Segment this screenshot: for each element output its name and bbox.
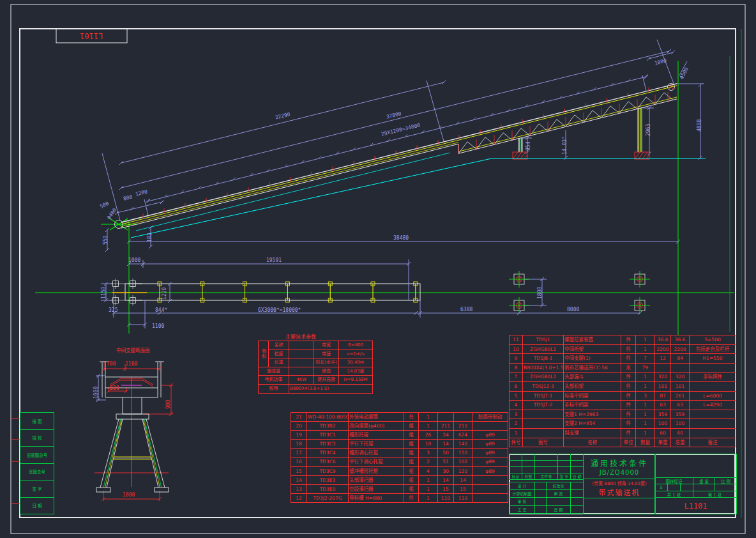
parts-row: 21WD-40-100-8050N外装电动滚筒台 1胶面带制动 — [291, 413, 508, 422]
margin-field: 签 字 — [20, 480, 54, 498]
parts-row: 9TDSJ8-1中间支腿(1)件 71284H1=550 — [510, 354, 736, 364]
parts-row: 4TDSJ7-2非标中间架件 16363L=4290 — [510, 401, 736, 410]
parts-row: 14TD3E3头部清扫器组 11414 — [291, 475, 508, 484]
dim-label: 600 — [110, 385, 119, 391]
dim-label: 1160 — [125, 361, 137, 367]
dim-label: 900 — [165, 400, 171, 409]
drawing-number-box: L1101 — [654, 497, 737, 514]
info-empty-box — [654, 454, 737, 478]
parts-row: 5TDSJ7-1标准中间架件 387261L=6000 — [510, 391, 736, 401]
params-table-title: 主要技术参数 — [285, 333, 316, 340]
role-row: 审 核 — [510, 498, 584, 505]
spec-code: JB/ZQ4000 — [600, 469, 639, 476]
role-grid: 设 计标准化 计算机制图审 定 审 核 工 艺日 期 — [509, 482, 584, 514]
role-row: 计算机制图审 定 — [510, 490, 584, 498]
dim-label: 1220 — [162, 288, 167, 300]
parts-row: 12TD3J2-207G导料槽 H=880件 1110110 — [291, 493, 508, 502]
walkway-line — [136, 153, 450, 231]
parts-row: 13TD3E0空段清扫器组 11515 — [291, 484, 508, 493]
leg-flanges — [520, 108, 641, 152]
dim-label: 19591 — [266, 257, 282, 263]
dim-label: 700 — [107, 361, 116, 367]
parts-row: 11TDSJ1螺旋拉紧装置件 136.636.6S=500 — [510, 335, 736, 345]
margin-field: 描 图 — [20, 413, 54, 430]
dim-label: 1800 — [123, 492, 135, 498]
parts-row: 2支腿2 H=954件 1100100 — [510, 419, 736, 429]
margin-field: 底图总号 — [20, 464, 54, 481]
dim-label: 1000 — [128, 257, 140, 263]
tail-pulley — [101, 219, 138, 230]
margin-field: 描 校 — [20, 430, 54, 447]
dim-label: 38480 — [393, 235, 409, 241]
parts-row: 18TD3C3平行下托辊组 1014140φ89 — [291, 440, 508, 449]
parts-row: 1斜支撑件 16060 — [510, 428, 736, 438]
params-material: 物料 — [259, 341, 269, 367]
tail-anchor-marks — [113, 281, 136, 304]
parts-row: 8B800X4(3.0+1.5)帆布芯输送带CC-56米 79 — [510, 363, 736, 373]
parts-row: 16TD3C6平行下调心托辊组 251102φ89 — [291, 457, 508, 466]
dim-label: 4808 — [697, 119, 702, 132]
parts-table-mid: 21WD-40-100-8050N外装电动滚筒台 1胶面带制动 20TD3B2改… — [291, 412, 508, 503]
dim-label: 844* — [155, 307, 167, 313]
role-row: 设 计标准化 — [510, 482, 584, 490]
support-legs — [518, 108, 642, 152]
product-name: 带式输送机 — [599, 487, 640, 497]
dim-label: 1000 — [93, 387, 99, 399]
parts-row: 15TD3C9缓冲槽形托辊组 430120φ89 — [291, 466, 508, 475]
section-title: 中间支腿断面图 — [116, 346, 150, 353]
revision-header: 标记处数 文件号签 字日 期 — [510, 473, 584, 480]
dim-label: 6X3000*=18000* — [258, 307, 301, 313]
side-dimension-lines — [102, 40, 704, 250]
drawing-corner-label: L1101 — [56, 29, 127, 43]
leg-centerlines — [520, 108, 640, 152]
dim-label: 1150 — [101, 287, 107, 299]
dim-label-angle: 14.03° — [562, 136, 568, 155]
parts-header-row: 件号图号 名称单位 数量单重 总重备注 — [510, 438, 736, 447]
tail-anchor-crosses — [110, 279, 142, 305]
dim-label: 550 — [103, 236, 109, 245]
spec-box: 通用技术条件 JB/ZQ4000 — [583, 454, 656, 479]
plan-band — [125, 284, 420, 300]
cad-canvas[interactable]: L1101 22290 37800 29X1200=34800 1000 Φ50… — [0, 0, 756, 538]
parts-row: 10ZGHG80L1中间桁架件 122002200包括走台及栏杆 — [510, 344, 736, 354]
dim-label: 1800 — [537, 287, 543, 299]
product-box: (带宽 B800 倾角 14.03度) 带式输送机 — [583, 479, 656, 498]
title-block: 标记处数 文件号签 字日 期 设 计标准化 计算机制图审 定 审 核 工 艺日 … — [509, 454, 736, 514]
empty-box — [583, 498, 656, 514]
dim-label: 1100 — [152, 323, 164, 329]
dim-label: 954 — [525, 142, 531, 151]
parts-row: 7ZGHG80L2头部漏斗件 1320320非标焊件 — [510, 373, 736, 382]
section-detail — [94, 361, 173, 501]
dim-label: 6388 — [460, 307, 472, 312]
dim-label: 325 — [109, 307, 117, 313]
margin-fields: 描 图描 校旧底图总号底图总号签 字日 期 — [20, 412, 54, 514]
parts-row: 19TD3C1槽形托辊组 2624624φ89 — [291, 431, 508, 440]
margin-field: 旧底图总号 — [20, 447, 54, 464]
parts-row: 6TDSJ12-3头部机架件 1101101 — [510, 381, 736, 391]
role-row: 工 艺日 期 — [510, 505, 584, 513]
dim-label: 2963 — [646, 124, 651, 136]
parts-table-right: 11TDSJ1螺旋拉紧装置件 136.636.6S=500 10ZGHG80L1… — [509, 335, 736, 447]
margin-field: 日 期 — [20, 498, 54, 514]
parts-row: 17TD3C4槽形调心托辊组 350150φ89 — [291, 449, 508, 457]
drawing-number: L1101 — [684, 502, 707, 511]
revision-grid: 标记处数 文件号签 字日 期 — [509, 454, 584, 480]
parts-row: 20TD3B2改向滚筒(φ400)组 1211211 — [291, 422, 508, 431]
dim-label: 8000 — [567, 307, 579, 312]
plan-dimension-lines — [101, 242, 678, 328]
dim-label: 182 — [147, 233, 153, 242]
product-subtitle: (带宽 B800 倾角 14.03度) — [592, 480, 646, 486]
parts-row: 3支腿1 H=2963件 1359359 — [510, 410, 736, 419]
params-table: 物料 名称 带宽B=800 粒度 带速v=1m/s 比重 机长(水平)38.48… — [258, 341, 373, 394]
spec-title: 通用技术条件 — [591, 457, 648, 468]
footings — [513, 152, 649, 159]
border-tick-marks — [11, 419, 20, 503]
